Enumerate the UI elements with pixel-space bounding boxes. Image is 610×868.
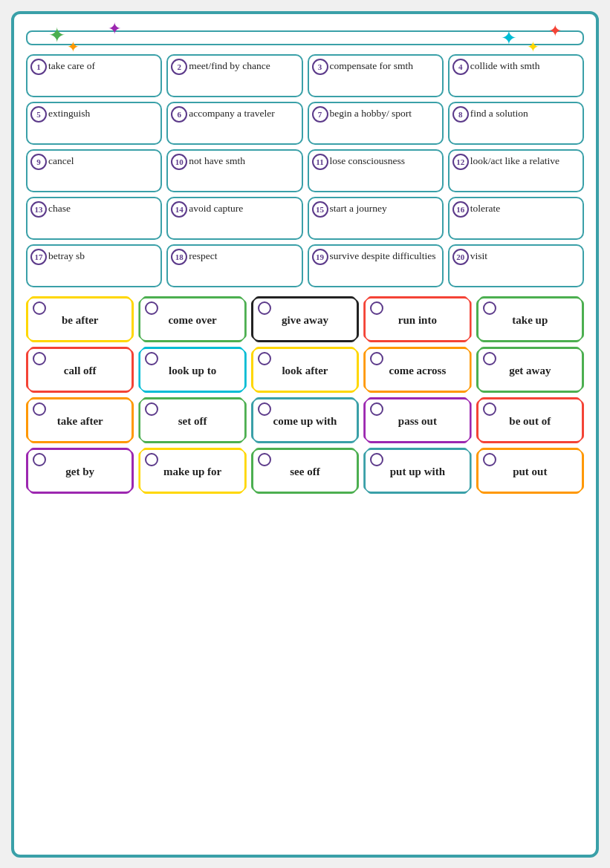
tile-circle xyxy=(258,402,271,416)
def-text: not have smth xyxy=(189,155,245,166)
answer-row-3: take after set off come up with pass out… xyxy=(26,397,584,443)
answer-tile-3-3[interactable]: come up with xyxy=(251,397,359,443)
answer-tile-3-5[interactable]: be out of xyxy=(476,397,584,443)
tile-circle xyxy=(483,402,496,416)
def-number: 7 xyxy=(312,106,328,123)
answer-tile-2-5[interactable]: get away xyxy=(476,347,584,393)
answers-section: be after come over give away run into ta… xyxy=(26,296,584,494)
def-number: 15 xyxy=(312,201,328,218)
star-purple-icon: ✦ xyxy=(108,19,121,39)
tile-text: be out of xyxy=(509,415,551,428)
answer-row-2: call off look up to look after come acro… xyxy=(26,347,584,393)
answer-tile-4-3[interactable]: see off xyxy=(251,448,359,494)
def-number: 1 xyxy=(30,59,47,75)
tile-text: set off xyxy=(178,415,207,428)
tile-circle xyxy=(258,301,271,315)
tile-text: see off xyxy=(290,466,319,478)
def-number: 12 xyxy=(452,154,469,170)
answer-row-4: get by make up for see off put up with p… xyxy=(26,448,584,494)
definition-cell-9: 9 cancel xyxy=(26,149,162,192)
answer-tile-2-1[interactable]: call off xyxy=(26,347,134,393)
star-green-icon: ✦ xyxy=(48,23,65,48)
def-text: find a solution xyxy=(470,108,528,119)
definition-cell-20: 20 visit xyxy=(448,244,584,287)
definition-cell-16: 16 tolerate xyxy=(448,197,584,240)
def-text: survive despite difficulties xyxy=(330,250,436,261)
tile-text: be after xyxy=(62,314,99,327)
def-number: 3 xyxy=(312,59,328,75)
tile-circle xyxy=(483,301,496,315)
answer-tile-2-2[interactable]: look up to xyxy=(138,347,246,393)
def-text: betray sb xyxy=(48,250,85,261)
tile-circle xyxy=(483,453,496,466)
def-number: 17 xyxy=(30,249,47,265)
def-text: meet/find by chance xyxy=(189,60,270,71)
tile-circle xyxy=(33,352,46,365)
tile-text: make up for xyxy=(163,466,221,478)
def-number: 14 xyxy=(171,201,187,218)
tile-circle xyxy=(145,301,158,315)
answer-tile-2-3[interactable]: look after xyxy=(251,347,359,393)
definition-cell-10: 10 not have smth xyxy=(166,149,302,192)
answer-tile-3-2[interactable]: set off xyxy=(138,397,246,443)
answer-tile-2-4[interactable]: come across xyxy=(363,347,471,393)
star-red-icon: ✦ xyxy=(548,22,562,41)
tile-circle xyxy=(145,453,158,466)
tile-circle xyxy=(33,402,46,416)
def-number: 5 xyxy=(30,106,47,123)
def-text: avoid capture xyxy=(189,203,243,214)
definition-cell-1: 1 take care of xyxy=(26,54,162,97)
answer-tile-1-3[interactable]: give away xyxy=(251,296,359,342)
definition-cell-7: 7 begin a hobby/ sport xyxy=(308,102,444,145)
def-text: chase xyxy=(48,203,71,214)
tile-text: look up to xyxy=(169,365,216,377)
tile-circle xyxy=(370,453,383,466)
definition-cell-5: 5 extinguish xyxy=(26,102,162,145)
definition-cell-8: 8 find a solution xyxy=(448,102,584,145)
answer-tile-4-2[interactable]: make up for xyxy=(138,448,246,494)
answer-tile-3-4[interactable]: pass out xyxy=(363,397,471,443)
answer-tile-1-2[interactable]: come over xyxy=(138,296,246,342)
definition-cell-14: 14 avoid capture xyxy=(166,197,302,240)
def-number: 2 xyxy=(171,59,187,75)
answer-tile-3-1[interactable]: take after xyxy=(26,397,134,443)
tile-text: take after xyxy=(57,415,103,428)
tile-circle xyxy=(370,301,383,315)
def-number: 19 xyxy=(312,249,328,265)
answer-tile-1-4[interactable]: run into xyxy=(363,296,471,342)
tile-text: pass out xyxy=(398,415,437,428)
def-number: 18 xyxy=(171,249,187,265)
tile-text: take up xyxy=(512,314,548,327)
definition-cell-13: 13 chase xyxy=(26,197,162,240)
answer-tile-1-1[interactable]: be after xyxy=(26,296,134,342)
definition-cell-12: 12 look/act like a relative xyxy=(448,149,584,192)
answer-tile-4-5[interactable]: put out xyxy=(476,448,584,494)
def-number: 9 xyxy=(30,154,47,170)
tile-circle xyxy=(145,352,158,365)
tile-text: get by xyxy=(65,466,94,478)
def-number: 13 xyxy=(30,201,47,218)
tile-circle xyxy=(483,352,496,365)
def-number: 16 xyxy=(452,201,469,218)
answer-tile-1-5[interactable]: take up xyxy=(476,296,584,342)
tile-text: come up with xyxy=(273,415,337,428)
definition-cell-6: 6 accompany a traveler xyxy=(166,102,302,145)
def-number: 6 xyxy=(171,106,187,123)
star-cyan-icon: ✦ xyxy=(501,27,517,50)
definition-cell-17: 17 betray sb xyxy=(26,244,162,287)
tile-text: put up with xyxy=(390,466,445,478)
def-text: accompany a traveler xyxy=(189,108,274,119)
tile-text: come over xyxy=(168,314,216,327)
tile-circle xyxy=(370,402,383,416)
tile-text: call off xyxy=(64,365,97,377)
def-text: look/act like a relative xyxy=(470,155,559,166)
def-text: take care of xyxy=(48,60,95,71)
def-number: 20 xyxy=(452,249,469,265)
definition-cell-15: 15 start a journey xyxy=(308,197,444,240)
answer-tile-4-1[interactable]: get by xyxy=(26,448,134,494)
tile-text: put out xyxy=(513,466,547,478)
answer-tile-4-4[interactable]: put up with xyxy=(363,448,471,494)
def-number: 10 xyxy=(171,154,187,170)
def-text: cancel xyxy=(48,155,74,166)
def-number: 4 xyxy=(452,59,469,75)
